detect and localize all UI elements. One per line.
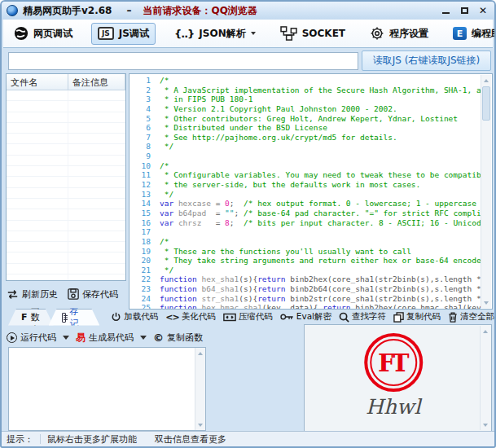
url-input[interactable]: [8, 52, 358, 70]
compress-icon: [223, 313, 236, 322]
scroll-up-arrow[interactable]: [195, 348, 205, 358]
code-line: 16var chrsz = 8; /* bits per input chara…: [129, 218, 481, 228]
trash-icon: [448, 312, 458, 323]
clear-all-button[interactable]: 清空全部: [448, 311, 494, 323]
find-chars-button[interactable]: 查找字符: [339, 311, 386, 323]
code-line: 6 * Distributed under the BSD License: [129, 123, 481, 133]
code-line: 9: [129, 152, 481, 161]
code-editor-scrollbar[interactable]: [481, 75, 491, 308]
status-hint-2: 双击信息查看更多: [155, 433, 226, 446]
code-line: 2 * A JavaScript implementation of the S…: [129, 86, 481, 95]
toolbar-label: JSON解析: [199, 27, 245, 41]
table-row[interactable]: [7, 188, 125, 199]
button-label: 生成易代码: [89, 332, 134, 344]
run-code-button[interactable]: 运行代码: [7, 332, 56, 344]
code-line: 19 * These are the functions you'll usua…: [129, 247, 481, 257]
close-button[interactable]: ✕: [478, 6, 488, 15]
tab-save-record[interactable]: 保存记录: [49, 309, 100, 326]
table-row[interactable]: [7, 264, 125, 275]
maximize-button[interactable]: [459, 6, 469, 15]
document-icon: [62, 313, 67, 323]
code-line: 14var hexcase = 0; /* hex output format.…: [129, 199, 481, 209]
file-actions: 刷新历史 保存代码: [7, 283, 127, 305]
logo-subtitle: Hhwl: [364, 395, 423, 419]
generate-e-code-button[interactable]: 易 生成易代码: [76, 331, 134, 345]
code-lines: 1/*2 * A JavaScript implementation of th…: [129, 76, 481, 309]
chevron-down-icon[interactable]: [63, 336, 69, 340]
scroll-up-arrow[interactable]: [481, 326, 490, 336]
toolbar-label: 程序设置: [389, 27, 428, 41]
logo-panel-scrollbar[interactable]: [480, 326, 490, 430]
table-row[interactable]: [7, 253, 125, 263]
toolbar-item-settings[interactable]: 程序设置: [364, 23, 434, 44]
button-label: 加载代码: [124, 311, 158, 323]
app-icon: [7, 5, 18, 16]
table-row[interactable]: [7, 134, 125, 144]
table-row[interactable]: [7, 231, 125, 242]
code-line: 7 * See http://pajhome.org.uk/crypt/md5 …: [129, 133, 481, 143]
copy-code-button[interactable]: 复制代码: [393, 311, 441, 323]
run-output-area[interactable]: [8, 347, 206, 431]
scrollbar-thumb[interactable]: [482, 86, 490, 121]
scroll-down-arrow[interactable]: [481, 419, 490, 430]
refresh-history-button[interactable]: 刷新历史: [7, 288, 58, 301]
table-row[interactable]: [7, 242, 125, 253]
table-row[interactable]: [7, 123, 125, 134]
e-icon: E: [453, 27, 467, 40]
key-icon: [280, 312, 294, 322]
app-window: 精易网页助手v2.68 – 当前请求设备：QQ浏览器 ✕ 网页调试 JS JS调…: [0, 0, 496, 448]
table-row[interactable]: [7, 209, 125, 220]
button-label: 复制函数: [167, 332, 203, 344]
chevron-down-icon[interactable]: [140, 336, 147, 340]
load-code-button[interactable]: 加载代码: [111, 311, 158, 323]
json-braces-icon: {..}: [174, 28, 194, 40]
play-icon: [7, 332, 17, 343]
table-row[interactable]: [7, 177, 125, 187]
button-label: 美化代码: [182, 311, 216, 323]
toolbar-item-js-debug[interactable]: JS JS调试: [91, 23, 156, 45]
button-label: Eval解密: [296, 311, 331, 323]
table-row[interactable]: [7, 275, 125, 281]
table-row[interactable]: [7, 221, 125, 231]
code-line: 24function str_sha1(s){return binb2str(c…: [129, 294, 481, 304]
brand-logo: FT Hhwl: [364, 333, 423, 419]
table-row[interactable]: [7, 101, 125, 112]
toolbar-item-coding-assistant[interactable]: E 编程助手: [447, 24, 496, 44]
table-row[interactable]: [7, 112, 125, 123]
save-code-button[interactable]: 保存代码: [68, 288, 118, 301]
table-row[interactable]: [7, 144, 125, 155]
table-row[interactable]: [7, 90, 125, 101]
scroll-down-arrow[interactable]: [195, 419, 205, 430]
column-header-remark[interactable]: 备注信息: [68, 74, 125, 90]
window-controls: ✕: [441, 6, 489, 15]
code-line: 12 * the server-side, but the defaults w…: [129, 180, 481, 190]
table-row[interactable]: [7, 166, 125, 177]
file-table-body: [7, 90, 125, 281]
toolbar-item-json-parse[interactable]: {..} JSON解析: [169, 24, 261, 44]
minimize-button[interactable]: [441, 6, 450, 15]
status-hint-1: 鼠标右击更多扩展功能: [47, 433, 137, 446]
read-js-button[interactable]: 读取JS (右键读取JS链接): [362, 51, 491, 71]
code-editor[interactable]: 1/*2 * A JavaScript implementation of th…: [129, 73, 493, 310]
window-title: 精易网页助手v2.68: [23, 4, 112, 18]
copy-function-button[interactable]: © 复制函数: [153, 332, 203, 344]
code-line: 8 */: [129, 142, 481, 152]
toolbar-item-socket[interactable]: SOCKET: [274, 23, 351, 44]
column-header-filename[interactable]: 文件名: [7, 74, 68, 90]
title-bar: 精易网页助手v2.68 – 当前请求设备：QQ浏览器 ✕: [2, 2, 494, 20]
globe-icon: [14, 26, 29, 41]
code-line: 20 * They take string arguments and retu…: [129, 256, 481, 266]
save-code-label: 保存代码: [82, 288, 118, 301]
tab-function-table[interactable]: F 函数表: [8, 309, 54, 326]
beautify-code-button[interactable]: <> 美化代码: [165, 311, 215, 323]
run-output-scrollbar[interactable]: [195, 348, 205, 430]
compress-code-button[interactable]: 压缩代码: [223, 311, 273, 323]
refresh-history-label: 刷新历史: [22, 288, 58, 301]
table-row[interactable]: [7, 156, 125, 166]
toolbar-label: SOCKET: [302, 28, 345, 39]
scroll-up-arrow[interactable]: [481, 75, 491, 86]
table-row[interactable]: [7, 199, 125, 209]
button-label: 运行代码: [20, 332, 56, 344]
eval-decrypt-button[interactable]: Eval解密: [280, 311, 331, 323]
toolbar-item-web-debug[interactable]: 网页调试: [8, 23, 78, 44]
